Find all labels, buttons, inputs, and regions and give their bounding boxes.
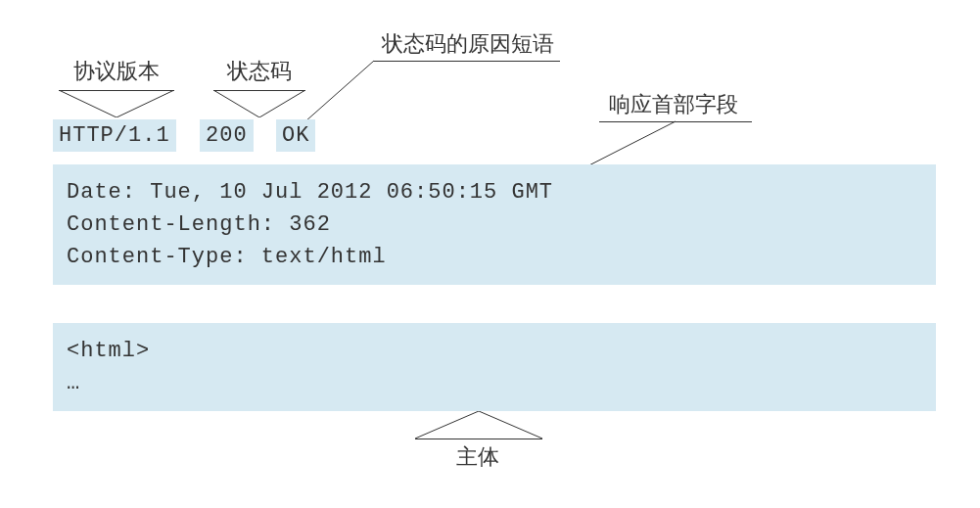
bracket-body: [415, 411, 542, 439]
underline-reason: [374, 61, 560, 62]
label-response-headers: 响应首部字段: [609, 90, 738, 119]
label-protocol-version: 协议版本: [73, 57, 160, 86]
bracket-status: [213, 90, 305, 117]
label-reason-phrase: 状态码的原因短语: [382, 29, 554, 59]
underline-body: [415, 439, 542, 439]
bracket-protocol: [59, 90, 174, 117]
token-protocol-version: HTTP/1.1: [53, 119, 176, 152]
token-reason-phrase: OK: [276, 119, 315, 152]
svg-line-0: [305, 61, 374, 121]
label-status-code: 状态码: [227, 57, 292, 86]
block-body: <html> …: [53, 323, 936, 411]
label-body: 主体: [456, 442, 499, 472]
token-status-code: 200: [200, 119, 254, 152]
connector-reason: [305, 61, 384, 121]
block-headers: Date: Tue, 10 Jul 2012 06:50:15 GMT Cont…: [53, 164, 936, 285]
